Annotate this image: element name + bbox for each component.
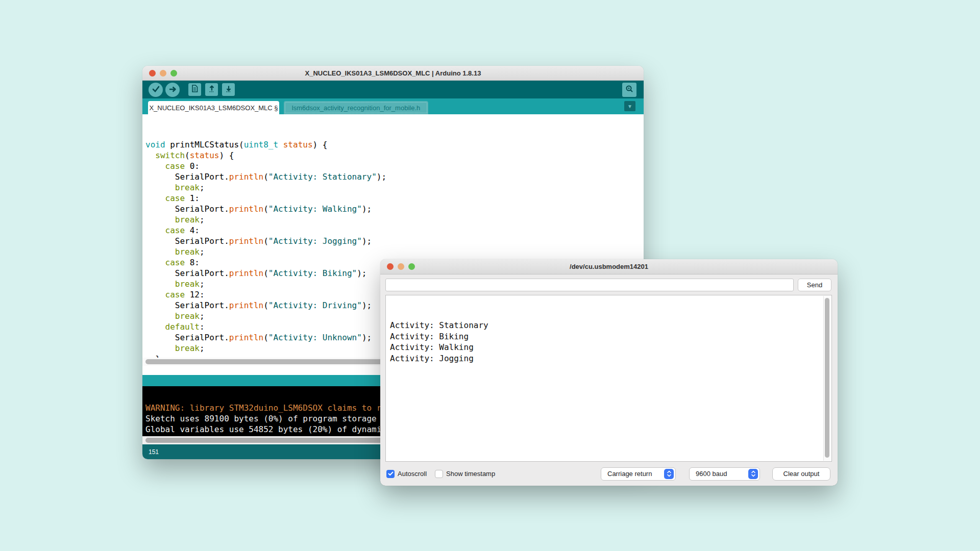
select-stepper-icon <box>664 469 674 479</box>
tab-main-sketch-label: X_NUCLEO_IKS01A3_LSM6DSOX_MLC § <box>149 104 278 112</box>
serial-output-line: Activity: Walking <box>390 342 827 353</box>
serial-close-button[interactable] <box>387 263 394 270</box>
code-line: break; <box>145 246 644 257</box>
baud-rate-select[interactable]: 9600 baud <box>689 467 760 481</box>
open-up-arrow-icon <box>208 85 215 94</box>
serial-scrollbar-thumb[interactable] <box>825 298 829 458</box>
send-button[interactable]: Send <box>798 279 831 291</box>
tab-menu-button[interactable]: ▼ <box>624 101 635 111</box>
serial-window-controls <box>387 259 415 274</box>
send-button-label: Send <box>807 281 822 289</box>
minimize-button[interactable] <box>160 70 166 77</box>
window-title: X_NUCLEO_IKS01A3_LSM6DSOX_MLC | Arduino … <box>305 69 481 77</box>
baud-rate-value: 9600 baud <box>696 470 727 478</box>
serial-titlebar[interactable]: /dev/cu.usbmodem14201 <box>380 259 838 274</box>
clear-output-label: Clear output <box>783 470 820 478</box>
window-controls <box>149 66 177 80</box>
serial-output-line: Activity: Stationary <box>390 320 827 331</box>
arduino-toolbar <box>142 81 644 98</box>
new-sketch-icon <box>191 85 198 94</box>
serial-output-line: Activity: Biking <box>390 331 827 342</box>
serial-vertical-scrollbar[interactable] <box>823 296 831 461</box>
serial-output-lines: Activity: StationaryActivity: BikingActi… <box>390 320 827 364</box>
code-line: SerialPort.println("Activity: Stationary… <box>145 171 644 182</box>
code-line: break; <box>145 182 644 193</box>
code-line: SerialPort.println("Activity: Jogging"); <box>145 236 644 246</box>
save-down-arrow-icon <box>225 85 232 94</box>
verify-button[interactable] <box>149 83 163 97</box>
zoom-button[interactable] <box>170 70 177 77</box>
tab-header-file[interactable]: lsm6dsox_activity_recognition_for_mobile… <box>284 101 428 114</box>
code-line: case 0: <box>145 161 644 171</box>
check-icon <box>388 470 394 478</box>
line-ending-value: Carriage return <box>607 470 652 478</box>
editor-tabbar: X_NUCLEO_IKS01A3_LSM6DSOX_MLC § lsm6dsox… <box>142 98 644 114</box>
serial-monitor-button[interactable] <box>622 83 636 97</box>
close-button[interactable] <box>149 70 156 77</box>
show-timestamp-checkbox[interactable] <box>435 470 443 478</box>
code-line: break; <box>145 214 644 225</box>
select-stepper-icon <box>748 469 758 479</box>
line-ending-select[interactable]: Carriage return <box>601 467 676 481</box>
autoscroll-checkbox[interactable] <box>386 470 395 478</box>
verify-check-icon <box>152 85 160 94</box>
open-sketch-button[interactable] <box>205 83 218 96</box>
chevron-down-icon: ▼ <box>627 104 632 109</box>
code-line: case 4: <box>145 225 644 236</box>
clear-output-button[interactable]: Clear output <box>772 467 830 481</box>
serial-window-title: /dev/cu.usbmodem14201 <box>570 263 648 270</box>
serial-zoom-button[interactable] <box>408 263 415 270</box>
upload-button[interactable] <box>165 83 180 97</box>
code-line: switch(status) { <box>145 150 644 161</box>
tab-main-sketch[interactable]: X_NUCLEO_IKS01A3_LSM6DSOX_MLC § <box>148 101 279 114</box>
serial-output-area[interactable]: Activity: StationaryActivity: BikingActi… <box>385 295 832 462</box>
autoscroll-label: Autoscroll <box>398 470 427 478</box>
serial-monitor-window: /dev/cu.usbmodem14201 Send Activity: Sta… <box>380 259 838 486</box>
serial-bottom-bar: Autoscroll Show timestamp Carriage retur… <box>380 462 838 486</box>
save-sketch-button[interactable] <box>222 83 235 96</box>
upload-arrow-icon <box>169 85 177 94</box>
code-line: void printMLCStatus(uint8_t status) { <box>145 139 644 150</box>
serial-monitor-icon <box>625 85 633 95</box>
code-line: SerialPort.println("Activity: Walking"); <box>145 204 644 214</box>
serial-output-line: Activity: Jogging <box>390 353 827 364</box>
serial-minimize-button[interactable] <box>398 263 404 270</box>
cursor-line-number: 151 <box>149 448 159 456</box>
show-timestamp-label: Show timestamp <box>446 470 495 478</box>
code-line: case 1: <box>145 193 644 204</box>
tab-header-file-label: lsm6dsox_activity_recognition_for_mobile… <box>292 104 420 112</box>
arduino-titlebar[interactable]: X_NUCLEO_IKS01A3_LSM6DSOX_MLC | Arduino … <box>142 66 644 81</box>
new-sketch-button[interactable] <box>188 83 201 96</box>
serial-send-input[interactable] <box>385 279 794 291</box>
